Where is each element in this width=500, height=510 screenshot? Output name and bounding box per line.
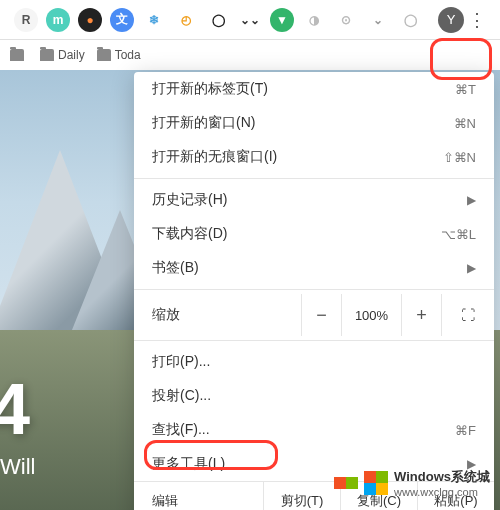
windows-logo-icon bbox=[334, 477, 358, 489]
menu-downloads[interactable]: 下载内容(D)⌥⌘L bbox=[134, 217, 494, 251]
chrome-menu-button[interactable]: ⋮ bbox=[464, 7, 490, 33]
snowflake-icon[interactable]: ❄ bbox=[142, 8, 166, 32]
shortcut-label: ⌥⌘L bbox=[441, 227, 476, 242]
grey2-icon[interactable]: ⊙ bbox=[334, 8, 358, 32]
watermark: Windows系统城 www.wxclgg.com bbox=[334, 468, 490, 498]
shortcut-label: ⌘T bbox=[455, 82, 476, 97]
folder-icon bbox=[40, 49, 54, 61]
zoom-value: 100% bbox=[342, 294, 402, 336]
chrome-main-menu: 打开新的标签页(T)⌘T 打开新的窗口(N)⌘N 打开新的无痕窗口(I)⇧⌘N … bbox=[134, 72, 494, 510]
shield-icon[interactable]: ▼ bbox=[270, 8, 294, 32]
menu-new-window[interactable]: 打开新的窗口(N)⌘N bbox=[134, 106, 494, 140]
chevron-right-icon: ▶ bbox=[467, 261, 476, 275]
mint-icon[interactable]: m bbox=[46, 8, 70, 32]
folder-icon bbox=[10, 49, 24, 61]
hero-subtitle: Will bbox=[0, 454, 35, 480]
zoom-out-button[interactable]: − bbox=[302, 294, 342, 336]
menu-separator bbox=[134, 178, 494, 179]
folder-icon bbox=[97, 49, 111, 61]
extensions-toolbar: Rm●文❄◴◯⌄⌄▼◑⊙⌄◯ Y ⋮ bbox=[0, 0, 500, 40]
menu-print[interactable]: 打印(P)... bbox=[134, 345, 494, 379]
windows-logo-icon bbox=[364, 471, 388, 495]
zoom-label: 缩放 bbox=[152, 306, 301, 324]
dark-icon[interactable]: ● bbox=[78, 8, 102, 32]
pocket-icon[interactable]: ⌄ bbox=[366, 8, 390, 32]
cut-button[interactable]: 剪切(T) bbox=[264, 482, 341, 510]
circle-icon[interactable]: ◯ bbox=[206, 8, 230, 32]
profile-avatar[interactable]: Y bbox=[438, 7, 464, 33]
watermark-brand: Windows系统城 bbox=[394, 469, 490, 484]
chevron-right-icon: ▶ bbox=[467, 193, 476, 207]
menu-incognito[interactable]: 打开新的无痕窗口(I)⇧⌘N bbox=[134, 140, 494, 174]
menu-history[interactable]: 历史记录(H)▶ bbox=[134, 183, 494, 217]
menu-zoom-row: 缩放 − 100% + ⛶ bbox=[134, 294, 494, 336]
shortcut-label: ⌘F bbox=[455, 423, 476, 438]
menu-new-tab[interactable]: 打开新的标签页(T)⌘T bbox=[134, 72, 494, 106]
readability-icon[interactable]: R bbox=[14, 8, 38, 32]
compass-icon[interactable]: ◴ bbox=[174, 8, 198, 32]
menu-cast[interactable]: 投射(C)... bbox=[134, 379, 494, 413]
bookmark-bar: Daily Toda bbox=[0, 40, 500, 70]
grey3-icon[interactable]: ◯ bbox=[398, 8, 422, 32]
bookmark-folder[interactable]: Toda bbox=[97, 48, 141, 62]
menu-separator bbox=[134, 289, 494, 290]
menu-separator bbox=[134, 340, 494, 341]
fullscreen-button[interactable]: ⛶ bbox=[442, 294, 494, 336]
menu-bookmarks[interactable]: 书签(B)▶ bbox=[134, 251, 494, 285]
menu-find[interactable]: 查找(F)...⌘F bbox=[134, 413, 494, 447]
chevrons-icon[interactable]: ⌄⌄ bbox=[238, 8, 262, 32]
shortcut-label: ⇧⌘N bbox=[443, 150, 476, 165]
bookmark-folder[interactable] bbox=[10, 49, 28, 61]
hero-number: 4 bbox=[0, 368, 30, 450]
translate-icon[interactable]: 文 bbox=[110, 8, 134, 32]
edit-label: 编辑 bbox=[134, 482, 264, 510]
watermark-url: www.wxclgg.com bbox=[394, 486, 490, 498]
zoom-in-button[interactable]: + bbox=[402, 294, 442, 336]
grey1-icon[interactable]: ◑ bbox=[302, 8, 326, 32]
bookmark-folder[interactable]: Daily bbox=[40, 48, 85, 62]
shortcut-label: ⌘N bbox=[454, 116, 476, 131]
